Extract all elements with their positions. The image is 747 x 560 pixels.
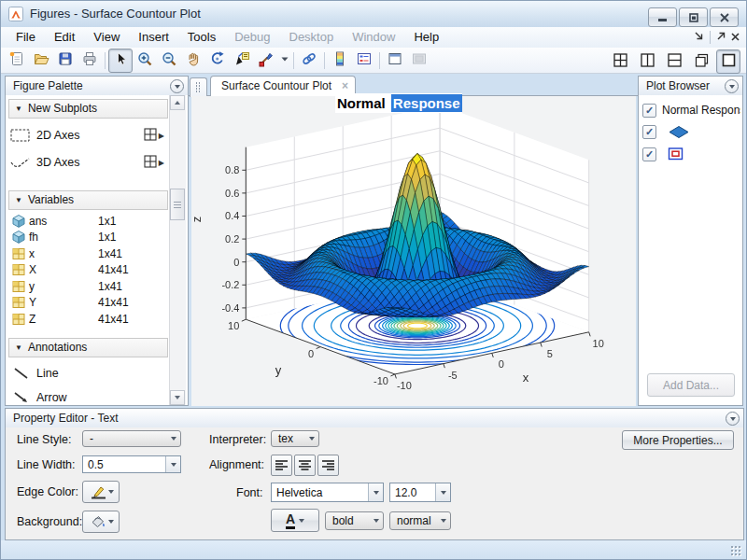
edge-color-button[interactable] <box>82 481 120 503</box>
rotate-3d-button[interactable] <box>205 49 230 73</box>
undock-icon[interactable] <box>715 31 726 45</box>
save-figure-button[interactable] <box>53 49 78 73</box>
plot-title-text[interactable]: Normal <box>335 94 391 112</box>
tile-vertical-button[interactable] <box>635 49 659 74</box>
palette-item-2d-axes[interactable]: 2D Axes▶ <box>8 123 168 147</box>
add-data-button[interactable]: Add Data... <box>647 373 735 397</box>
menu-item-window[interactable]: Window <box>343 27 404 48</box>
align-right-button[interactable] <box>317 455 339 476</box>
link-plot-button[interactable] <box>297 49 321 73</box>
plot-browser-row[interactable]: ✓ <box>642 145 740 163</box>
insert-legend-icon <box>356 50 373 71</box>
zoom-out-button[interactable] <box>157 49 181 73</box>
resize-grip[interactable] <box>731 546 742 557</box>
maximize-button[interactable] <box>679 7 708 27</box>
new-figure-button[interactable] <box>5 49 29 73</box>
menu-item-desktop[interactable]: Desktop <box>280 27 344 48</box>
minimize-button[interactable] <box>648 7 677 27</box>
section-header-variables[interactable]: ▼Variables <box>8 190 168 210</box>
tab-surface-contour-plot[interactable]: Surface Countour Plot × <box>210 76 356 96</box>
axes-2d-icon <box>8 127 33 144</box>
close-button[interactable] <box>710 7 739 27</box>
tab-close-icon[interactable]: × <box>342 77 348 95</box>
align-left-button[interactable] <box>271 455 292 476</box>
variable-name: x <box>29 247 35 260</box>
cascade-windows-button[interactable] <box>689 49 713 74</box>
visibility-checkbox[interactable]: ✓ <box>642 125 656 139</box>
brush-data-button[interactable] <box>254 49 278 73</box>
variable-row-x[interactable]: x1x41 <box>8 245 168 261</box>
variable-row-ans[interactable]: ans1x1 <box>8 213 168 229</box>
toolbar-separator <box>105 52 106 69</box>
dock-icon[interactable] <box>694 31 705 45</box>
caret-down-button[interactable] <box>278 49 290 73</box>
visibility-checkbox[interactable]: ✓ <box>642 104 656 118</box>
menu-item-tools[interactable]: Tools <box>178 27 225 48</box>
variable-row-y[interactable]: y1x41 <box>8 278 168 294</box>
annotation-item-arrow[interactable]: Arrow <box>8 386 168 405</box>
insert-colorbar-button[interactable] <box>328 49 352 73</box>
palette-scrollbar[interactable] <box>169 95 186 405</box>
annotation-item-line[interactable]: Line <box>8 362 168 385</box>
scrollbar-thumb[interactable] <box>170 189 185 220</box>
scroll-up-button[interactable] <box>170 95 185 110</box>
tile-vertical-icon <box>640 52 655 72</box>
edit-plot-button[interactable] <box>108 49 133 73</box>
menu-item-debug[interactable]: Debug <box>225 27 279 48</box>
chevron-right-icon[interactable]: ▶ <box>159 132 164 140</box>
interpreter-combo[interactable]: tex <box>271 430 319 447</box>
figure-palette-menu-button[interactable] <box>170 79 184 93</box>
scroll-down-button[interactable] <box>170 390 185 405</box>
subplot-grid-icon[interactable] <box>144 155 157 171</box>
title-bar[interactable]: Figures - Surface Countour Plot <box>1 1 746 28</box>
variable-row-fh[interactable]: fh1x1 <box>8 230 168 245</box>
menu-item-insert[interactable]: Insert <box>129 27 178 48</box>
close-figure-icon[interactable] <box>731 31 740 45</box>
insert-legend-button[interactable] <box>352 49 376 73</box>
section-header-annotations[interactable]: ▼Annotations <box>8 338 168 357</box>
variable-row-Z[interactable]: Z41x41 <box>8 311 168 327</box>
subplot-grid-icon[interactable] <box>144 128 157 144</box>
tab-drag-handle[interactable] <box>190 77 207 97</box>
print-figure-button[interactable] <box>78 49 102 73</box>
align-center-button[interactable] <box>294 455 316 476</box>
hide-plot-tools-button[interactable] <box>383 49 407 73</box>
menu-item-file[interactable]: File <box>7 27 45 48</box>
plot-browser-row[interactable]: ✓Normal Response <box>642 101 740 119</box>
data-cursor-button[interactable] <box>230 49 254 73</box>
maximize-figure-button[interactable] <box>716 49 740 74</box>
font-size-combo[interactable]: 12.0 <box>389 483 451 502</box>
chevron-down-icon <box>368 483 383 501</box>
font-color-button[interactable]: A <box>271 509 319 532</box>
variable-row-X[interactable]: X41x41 <box>8 262 168 278</box>
plot-canvas[interactable] <box>191 96 636 406</box>
plot-title[interactable]: Normal Response <box>335 93 462 113</box>
plot-browser-menu-button[interactable] <box>725 79 739 93</box>
section-header-new-subplots[interactable]: ▼New Subplots <box>8 99 168 119</box>
plot-browser-row[interactable]: ✓ <box>642 122 740 141</box>
font-weight-combo[interactable]: bold <box>325 511 384 530</box>
plot-title-selected-text[interactable]: Response <box>391 94 462 112</box>
tile-grid-button[interactable] <box>608 49 632 74</box>
menu-item-help[interactable]: Help <box>404 27 448 48</box>
menu-item-view[interactable]: View <box>84 27 129 48</box>
tile-horizontal-button[interactable] <box>662 49 686 74</box>
more-properties-button[interactable]: More Properties... <box>622 430 734 450</box>
zoom-in-button[interactable] <box>133 49 157 73</box>
font-family-combo[interactable]: Helvetica <box>271 483 384 502</box>
background-color-button[interactable] <box>82 511 120 533</box>
pan-button[interactable] <box>181 49 205 73</box>
property-editor-menu-button[interactable] <box>726 412 740 426</box>
font-angle-combo[interactable]: normal <box>389 511 451 530</box>
palette-item-3d-axes[interactable]: 3D Axes▶ <box>8 150 168 175</box>
line-style-combo[interactable]: - <box>82 430 181 447</box>
menu-item-edit[interactable]: Edit <box>45 27 84 48</box>
variable-row-Y[interactable]: Y41x41 <box>8 295 168 311</box>
chevron-right-icon[interactable]: ▶ <box>159 159 164 167</box>
variable-dims: 1x1 <box>98 231 116 244</box>
open-file-button[interactable] <box>29 49 53 73</box>
menu-bar: FileEditViewInsertToolsDebugDesktopWindo… <box>1 27 746 49</box>
open-file-icon <box>33 50 49 71</box>
visibility-checkbox[interactable]: ✓ <box>642 147 656 161</box>
line-width-combo[interactable]: 0.5 <box>82 455 181 473</box>
